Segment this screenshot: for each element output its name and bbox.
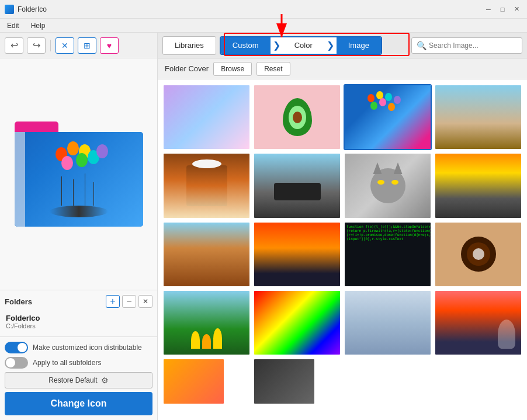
tab-color[interactable]: Color — [283, 37, 324, 54]
tab-image[interactable]: Image — [337, 37, 381, 54]
tab-arrow-1: ❯ — [271, 37, 283, 54]
folder-body — [15, 132, 143, 227]
title-bar: FolderIco ─ □ ✕ — [0, 0, 527, 19]
change-icon-button[interactable]: Change Icon — [5, 392, 152, 415]
app-title: FolderIco — [18, 5, 47, 13]
subfolders-toggle[interactable] — [5, 357, 28, 369]
folders-controls: + − ✕ — [106, 295, 152, 308]
distribute-toggle[interactable] — [5, 342, 28, 353]
clear-button[interactable]: ✕ — [56, 37, 74, 54]
restore-label: Restore Default — [48, 376, 97, 384]
list-item[interactable] — [162, 290, 251, 356]
close-folder-button[interactable]: ✕ — [138, 295, 152, 308]
folder-cover-label: Folder Cover — [165, 64, 209, 73]
bottom-controls: Make customized icon distributable Apply… — [0, 336, 157, 420]
menu-bar: Edit Help — [0, 19, 527, 33]
list-item[interactable] — [162, 84, 251, 150]
list-item[interactable] — [253, 290, 341, 356]
menu-edit[interactable]: Edit — [5, 20, 22, 31]
folder-path: C:/Folders — [6, 322, 151, 329]
folders-title: Folders — [5, 297, 32, 306]
minimize-button[interactable]: ─ — [483, 4, 494, 15]
folders-section: Folders + − ✕ FolderIco C:/Folders — [0, 290, 157, 336]
list-item[interactable] — [253, 84, 341, 150]
image-button[interactable]: ⊞ — [78, 37, 96, 54]
nav-tabs: Custom ❯ Color ❯ Image — [220, 36, 382, 55]
toolbar-separator — [50, 40, 51, 51]
window-controls: ─ □ ✕ — [483, 4, 522, 15]
left-panel: ↩ ↪ ✕ ⊞ ♥ — [0, 33, 158, 420]
list-item[interactable] — [162, 358, 225, 405]
search-icon: 🔍 — [417, 41, 427, 50]
list-item[interactable] — [344, 290, 432, 356]
list-item[interactable] — [434, 290, 522, 356]
menu-help[interactable]: Help — [29, 20, 48, 31]
list-item[interactable] — [162, 221, 251, 287]
list-item[interactable] — [253, 221, 341, 287]
reset-button[interactable]: Reset — [256, 62, 290, 76]
image-grid-container: function f(e){t_[e][];&&6e.stopOnFalse{r… — [158, 79, 527, 420]
toolbar: ↩ ↪ ✕ ⊞ ♥ — [0, 33, 157, 58]
main-container: ↩ ↪ ✕ ⊞ ♥ — [0, 33, 527, 420]
right-panel: Libraries Custom ❯ Color ❯ Image 🔍 Folde… — [158, 33, 527, 420]
list-item[interactable]: function f(e){t_[e][];&&6e.stopOnFalse{r… — [344, 221, 432, 287]
distribute-label: Make customized icon distributable — [33, 343, 142, 352]
list-item[interactable] — [344, 84, 432, 150]
libraries-button[interactable]: Libraries — [162, 36, 216, 55]
preview-area — [0, 58, 157, 290]
list-item[interactable] — [253, 358, 315, 405]
folder-name: FolderIco — [6, 314, 151, 322]
list-item[interactable] — [253, 152, 341, 218]
list-item[interactable] — [344, 152, 432, 218]
tab-arrow-2: ❯ — [324, 37, 337, 54]
subfolders-label: Apply to all subfolders — [33, 359, 101, 367]
top-nav: Libraries Custom ❯ Color ❯ Image 🔍 — [158, 33, 527, 58]
folder-list-item[interactable]: FolderIco C:/Folders — [5, 311, 152, 332]
folder-preview — [15, 122, 143, 227]
remove-folder-button[interactable]: − — [122, 295, 136, 308]
toggle-row-subfolders: Apply to all subfolders — [5, 357, 152, 369]
folder-cover-bar: Folder Cover Browse Reset — [158, 58, 527, 79]
toggle-row-distribute: Make customized icon distributable — [5, 342, 152, 353]
gear-icon: ⚙ — [101, 376, 109, 385]
balloons-image — [44, 141, 114, 217]
right-panel-inner: function f(e){t_[e][];&&6e.stopOnFalse{r… — [158, 79, 527, 420]
browse-button[interactable]: Browse — [213, 62, 252, 76]
image-grid: function f(e){t_[e][];&&6e.stopOnFalse{r… — [158, 79, 527, 409]
list-item[interactable] — [434, 152, 522, 218]
list-item[interactable] — [434, 221, 522, 287]
search-input[interactable] — [429, 41, 517, 50]
restore-default-button[interactable]: Restore Default ⚙ — [5, 372, 152, 388]
list-item[interactable] — [162, 152, 251, 218]
undo-button[interactable]: ↩ — [5, 37, 23, 54]
folder-stripe — [15, 132, 25, 227]
search-box: 🔍 — [411, 37, 522, 54]
redo-button[interactable]: ↪ — [27, 37, 46, 54]
app-icon — [5, 5, 14, 14]
favorite-button[interactable]: ♥ — [100, 37, 119, 54]
close-button[interactable]: ✕ — [511, 4, 522, 15]
tab-custom[interactable]: Custom — [221, 37, 271, 54]
add-folder-button[interactable]: + — [106, 295, 120, 308]
maximize-button[interactable]: □ — [497, 4, 508, 15]
list-item[interactable] — [434, 84, 522, 150]
